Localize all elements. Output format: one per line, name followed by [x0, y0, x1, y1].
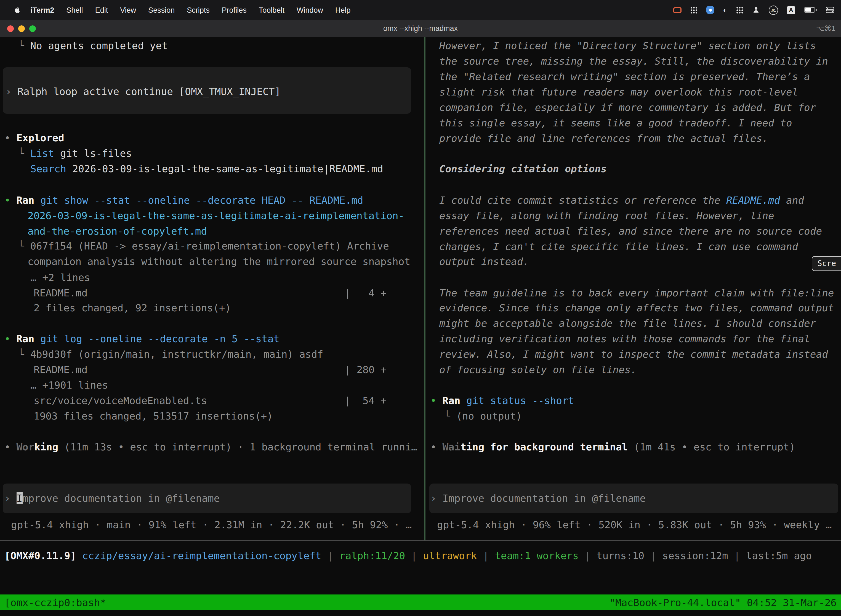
- terminal-line: slight risk that future readers may over…: [439, 84, 798, 100]
- menu-item-profiles[interactable]: Profiles: [216, 6, 253, 14]
- terminal-line: I could cite commit statistics or refere…: [439, 193, 804, 208]
- thinking-heading: Considering citation options: [439, 161, 607, 177]
- menu-item-shell[interactable]: Shell: [60, 6, 89, 14]
- menu-item-window[interactable]: Window: [290, 6, 329, 14]
- terminal-line: 2026-03-09-is-legal-the-same-as-legitima…: [28, 208, 404, 224]
- screen-tooltip: Scre: [812, 256, 841, 271]
- app-grid-icon[interactable]: [690, 5, 697, 15]
- terminal-line: • Ran git status --short: [431, 393, 574, 408]
- terminal-line: └ No agents completed yet: [18, 38, 168, 54]
- battery-gauge-icon[interactable]: .61: [769, 5, 778, 15]
- terminal-line: this single essay, it seems like a good …: [439, 115, 792, 131]
- blue-app-icon[interactable]: [706, 5, 714, 15]
- menu-item-toolbelt[interactable]: Toolbelt: [253, 6, 290, 14]
- screen: iTerm2ShellEditViewSessionScriptsProfile…: [0, 0, 841, 616]
- input-source-icon[interactable]: A: [787, 5, 795, 15]
- tmux-pane-left: └ No agents completed yet› Ralph loop ac…: [0, 37, 424, 540]
- person-icon[interactable]: [752, 5, 760, 15]
- model-status-line: gpt-5.4 xhigh · 96% left · 520K in · 5.8…: [437, 517, 832, 532]
- menu-item-help[interactable]: Help: [329, 6, 357, 14]
- terminal-line: including verification notes with those …: [439, 331, 810, 347]
- terminal-line: changes, I can't cite specific file line…: [439, 239, 798, 254]
- terminal-line: output instead.: [439, 254, 529, 269]
- battery-icon[interactable]: [804, 5, 817, 15]
- tmux-session-info: [omx-cczip0:bash*: [4, 596, 106, 608]
- terminal-line: and-the-erosion-of-copyleft.md: [28, 224, 207, 239]
- moon-app-icon[interactable]: ◐: [723, 5, 727, 15]
- menubar-status-icons: ◐ .61 A: [673, 5, 834, 15]
- prompt-input: › Improve documentation in @filename: [431, 491, 646, 506]
- tmux-pane-right: However, I noticed the "Directory Struct…: [426, 37, 841, 540]
- terminal-line: └ List git ls-files: [18, 146, 132, 161]
- terminal-line: 2 files changed, 92 insertions(+): [34, 300, 231, 316]
- window-title: omx --xhigh --madmax: [0, 24, 841, 32]
- tmux-host-clock: "MacBook-Pro-44.local" 04:52 31-Mar-26: [609, 596, 837, 608]
- window-controls: [7, 20, 36, 37]
- inject-banner-text: › Ralph loop active continue [OMX_TMUX_I…: [6, 84, 281, 99]
- terminal-line: 1903 files changed, 513517 insertions(+): [34, 408, 273, 424]
- zoom-button[interactable]: [29, 25, 36, 32]
- tmux-status-bar: [omx-cczip0:bash* "MacBook-Pro-44.local"…: [0, 594, 841, 610]
- menu-item-edit[interactable]: Edit: [89, 6, 114, 14]
- tmux-horizontal-border: [0, 540, 841, 541]
- waiting-status: • Waiting for background terminal (1m 41…: [431, 439, 795, 455]
- terminal-line: README.md | 4 +: [34, 285, 387, 301]
- terminal-line: references need actual files, and since …: [439, 224, 822, 239]
- terminal-line: might be acceptable alongside the file l…: [439, 316, 816, 331]
- model-status-line: gpt-5.4 xhigh · main · 91% left · 2.31M …: [11, 517, 412, 532]
- apple-menu-icon[interactable]: [13, 6, 21, 14]
- menu-item-view[interactable]: View: [114, 6, 142, 14]
- window-shortcut-hint: ⌥⌘1: [816, 24, 835, 32]
- menu-item-scripts[interactable]: Scripts: [181, 6, 216, 14]
- app-menus: iTerm2ShellEditViewSessionScriptsProfile…: [24, 6, 357, 14]
- minimize-button[interactable]: [18, 25, 25, 32]
- working-status: • Working (11m 13s • esc to interrupt) ·…: [4, 439, 417, 455]
- tmux-pane-divider: [424, 37, 425, 540]
- terminal-line: Search 2026-03-09-is-legal-the-same-as-l…: [30, 161, 383, 177]
- terminal-line: of focusing solely on file lines.: [439, 362, 637, 378]
- menu-bar: iTerm2ShellEditViewSessionScriptsProfile…: [0, 0, 841, 20]
- terminal-line: └ 067f154 (HEAD -> essay/ai-reimplementa…: [18, 238, 389, 254]
- terminal-line: However, I noticed the "Directory Struct…: [439, 38, 816, 54]
- omx-status-line: [OMX#0.11.9] cczip/essay/ai-reimplementa…: [4, 548, 812, 563]
- window-title-bar: omx --xhigh --madmax ⌥⌘1: [0, 20, 841, 37]
- menu-item-iterm2[interactable]: iTerm2: [24, 6, 60, 14]
- terminal-line: • Ran git show --stat --oneline --decora…: [4, 193, 363, 208]
- terminal-line: evidence. Since this change only affects…: [439, 300, 834, 316]
- terminal-line: README.md | 280 +: [34, 362, 387, 378]
- terminal-line: the "Related research writing" section i…: [439, 69, 810, 84]
- terminal-line: └ (no output): [444, 408, 522, 424]
- terminal-line: … +2 lines: [30, 270, 90, 285]
- terminal-line: • Explored: [4, 130, 64, 146]
- close-button[interactable]: [7, 25, 14, 32]
- terminal-line: review. Also, I might want to inspect th…: [439, 347, 828, 362]
- control-center-icon[interactable]: [826, 5, 834, 15]
- terminal-line: companion analysis without altering the …: [28, 254, 410, 269]
- terminal-line: provide file and line references from th…: [439, 131, 768, 146]
- terminal-line: The team guideline is to back every impo…: [439, 285, 834, 301]
- terminal-line: the source tree, missing the essay. Stil…: [439, 54, 828, 69]
- terminal-line: … +1901 lines: [30, 378, 108, 393]
- terminal-line: essay file, along with finding root file…: [439, 208, 774, 224]
- terminal-line: src/voice/voiceModeEnabled.ts | 54 +: [34, 393, 387, 408]
- terminal-line: companion file, especially if more comme…: [439, 100, 816, 115]
- menu-item-session[interactable]: Session: [142, 6, 181, 14]
- terminal-line: • Ran git log --oneline --decorate -n 5 …: [4, 331, 280, 347]
- prompt-input: › Improve documentation in @filename: [4, 491, 220, 506]
- terminal-line: └ 4b9d30f (origin/main, instructkr/main,…: [18, 347, 323, 362]
- terminal: └ No agents completed yet› Ralph loop ac…: [0, 37, 841, 616]
- screen-recording-indicator[interactable]: [673, 5, 681, 15]
- dots-grid-icon[interactable]: [736, 5, 743, 15]
